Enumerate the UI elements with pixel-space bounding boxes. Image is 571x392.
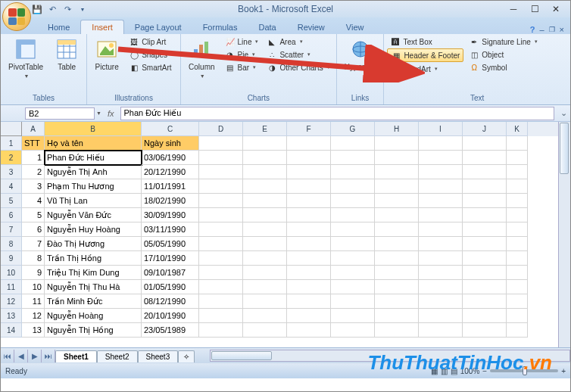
cell[interactable] <box>199 222 243 237</box>
cell[interactable] <box>463 208 507 222</box>
cell[interactable] <box>331 208 375 222</box>
cell[interactable] <box>463 266 507 280</box>
cell[interactable]: 30/09/1990 <box>142 208 199 222</box>
cell[interactable] <box>463 222 507 237</box>
vertical-scrollbar[interactable] <box>558 122 570 347</box>
view-page-icon[interactable]: ▥ <box>441 367 448 375</box>
cell[interactable] <box>331 323 375 338</box>
tab-review[interactable]: Review <box>287 20 335 34</box>
cell[interactable] <box>463 294 507 309</box>
column-header-D[interactable]: D <box>199 122 243 136</box>
pivottable-button[interactable]: PivotTable▼ <box>4 36 48 82</box>
cell[interactable] <box>243 323 287 338</box>
cell[interactable]: 11/01/1991 <box>142 179 199 194</box>
column-header-A[interactable]: A <box>22 122 45 136</box>
namebox-dropdown-icon[interactable]: ▼ <box>96 110 101 116</box>
office-button[interactable] <box>2 2 31 31</box>
save-icon[interactable]: 💾 <box>31 3 43 15</box>
cell[interactable]: Đào Thị Hương <box>45 237 142 251</box>
next-sheet-icon[interactable]: ▶ <box>28 350 42 362</box>
cell[interactable]: Ngày sinh <box>142 136 199 151</box>
cell[interactable] <box>243 222 287 237</box>
row-header[interactable]: 11 <box>1 280 22 294</box>
cell[interactable] <box>507 251 528 266</box>
cell[interactable] <box>243 294 287 309</box>
tab-formulas[interactable]: Formulas <box>192 20 248 34</box>
hyperlink-button[interactable]: Hyperlink <box>340 36 381 73</box>
cell[interactable] <box>243 237 287 251</box>
cell[interactable]: Nguyễn Văn Đức <box>45 208 142 222</box>
cell[interactable] <box>199 280 243 294</box>
cell[interactable] <box>507 266 528 280</box>
name-box[interactable] <box>25 107 95 120</box>
cell[interactable] <box>287 251 331 266</box>
cell[interactable] <box>507 165 528 179</box>
cell[interactable]: 11 <box>22 294 45 309</box>
sheet-tab-1[interactable]: Sheet1 <box>55 350 97 362</box>
picture-button[interactable]: Picture <box>90 36 123 73</box>
cell[interactable] <box>199 251 243 266</box>
cell[interactable] <box>375 165 419 179</box>
cell[interactable] <box>463 165 507 179</box>
row-header[interactable]: 7 <box>1 222 22 237</box>
zoom-in-icon[interactable]: + <box>561 367 566 375</box>
cell[interactable]: 17/10/1990 <box>142 251 199 266</box>
cell[interactable] <box>243 136 287 151</box>
cell[interactable] <box>463 251 507 266</box>
cell[interactable] <box>419 237 463 251</box>
cell[interactable] <box>243 165 287 179</box>
cell[interactable]: 03/06/1990 <box>142 151 199 165</box>
cell[interactable] <box>243 208 287 222</box>
cell[interactable] <box>375 136 419 151</box>
cell[interactable] <box>331 165 375 179</box>
cell[interactable] <box>287 194 331 208</box>
cell[interactable] <box>287 266 331 280</box>
cell[interactable] <box>419 194 463 208</box>
bar-chart-button[interactable]: ▤Bar▾ <box>222 61 262 73</box>
cell[interactable] <box>199 237 243 251</box>
cell[interactable]: STT <box>22 136 45 151</box>
column-header-G[interactable]: G <box>331 122 375 136</box>
cell[interactable]: 3 <box>22 179 45 194</box>
zoom-level[interactable]: 100% <box>460 367 480 375</box>
row-header[interactable]: 13 <box>1 309 22 323</box>
cell[interactable] <box>375 151 419 165</box>
cell[interactable]: 1 <box>22 151 45 165</box>
cell[interactable] <box>463 179 507 194</box>
prev-sheet-icon[interactable]: ◀ <box>14 350 28 362</box>
cell[interactable] <box>331 294 375 309</box>
column-header-I[interactable]: I <box>419 122 463 136</box>
cell[interactable]: Trần Thị Hồng <box>45 251 142 266</box>
textbox-button[interactable]: 🅰Text Box <box>387 36 463 48</box>
other-charts-button[interactable]: ◑Other Charts▾ <box>264 61 332 73</box>
cell[interactable] <box>419 323 463 338</box>
formula-input[interactable] <box>120 107 555 120</box>
cell[interactable]: 01/05/1990 <box>142 280 199 294</box>
row-header[interactable]: 10 <box>1 266 22 280</box>
cell[interactable] <box>331 194 375 208</box>
cell[interactable] <box>331 151 375 165</box>
cell[interactable] <box>375 194 419 208</box>
area-chart-button[interactable]: ◣Area▾ <box>264 36 332 48</box>
cell[interactable] <box>375 294 419 309</box>
cell[interactable] <box>287 309 331 323</box>
object-button[interactable]: ◫Object <box>466 48 541 61</box>
cell[interactable]: 05/05/1990 <box>142 237 199 251</box>
cell[interactable] <box>507 294 528 309</box>
cell[interactable] <box>463 237 507 251</box>
cell[interactable] <box>419 222 463 237</box>
cell[interactable]: 03/11/1990 <box>142 222 199 237</box>
cell[interactable]: 23/05/1989 <box>142 323 199 338</box>
cell[interactable] <box>463 280 507 294</box>
tab-data[interactable]: Data <box>248 20 286 34</box>
cell[interactable] <box>331 136 375 151</box>
cell[interactable]: Triệu Thị Kim Dung <box>45 266 142 280</box>
cell[interactable] <box>287 151 331 165</box>
cell[interactable] <box>287 222 331 237</box>
cell[interactable]: 20/10/1990 <box>142 309 199 323</box>
cell[interactable]: 08/12/1990 <box>142 294 199 309</box>
cell[interactable] <box>507 309 528 323</box>
close-button[interactable]: ✕ <box>546 2 566 16</box>
wordart-button[interactable]: AWordArt▾ <box>387 63 463 75</box>
cell[interactable] <box>375 179 419 194</box>
